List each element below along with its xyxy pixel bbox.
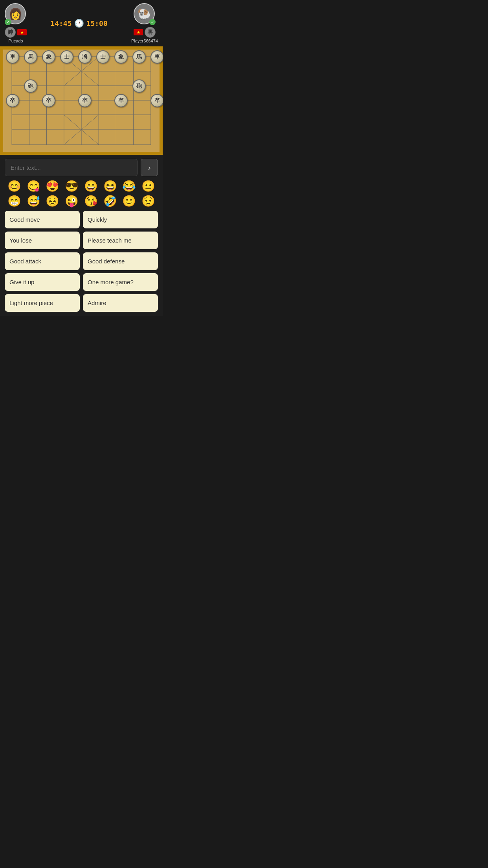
emoji-1-4[interactable]: 😎 bbox=[65, 181, 79, 192]
emoji-1-8[interactable]: 😐 bbox=[141, 181, 155, 192]
player2-avatar-icon: 🐏 bbox=[138, 7, 151, 20]
emoji-2-6[interactable]: 🤣 bbox=[103, 196, 117, 207]
phrase-quickly[interactable]: Quickly bbox=[83, 211, 158, 228]
emoji-1-5[interactable]: 😄 bbox=[84, 181, 98, 192]
piece-shi1[interactable]: 士 bbox=[59, 50, 74, 64]
piece-token[interactable]: 將 bbox=[78, 50, 92, 64]
emoji-2-4[interactable]: 😜 bbox=[65, 196, 79, 207]
chess-board: 車 馬 象 士 將 士 象 馬 車 bbox=[3, 50, 160, 152]
player2-avatar-wrap: 🐏 ✓ bbox=[134, 3, 156, 25]
emoji-2-5[interactable]: 😘 bbox=[84, 196, 98, 207]
piece-token[interactable]: 卒 bbox=[42, 94, 55, 107]
phrase-good-attack[interactable]: Good attack bbox=[5, 252, 80, 270]
piece-token[interactable]: 卒 bbox=[78, 94, 92, 107]
board-container: 車 馬 象 士 將 士 象 馬 車 bbox=[0, 46, 163, 155]
send-button[interactable]: › bbox=[141, 159, 158, 176]
piece-xiang1[interactable]: 象 bbox=[41, 50, 56, 64]
player1-timer: 14:45 bbox=[50, 19, 72, 28]
emoji-2-7[interactable]: 🙂 bbox=[122, 196, 136, 207]
player2-timer: 15:00 bbox=[86, 19, 108, 28]
phrase-please-teach[interactable]: Please teach me bbox=[83, 232, 158, 249]
player1-info: 👩 ✓ 帥 ★ Pucado bbox=[5, 3, 27, 43]
piece-shi2[interactable]: 士 bbox=[95, 50, 110, 64]
piece-token[interactable]: 象 bbox=[114, 50, 128, 64]
emoji-2-1[interactable]: 😁 bbox=[7, 196, 21, 207]
input-row: › bbox=[5, 159, 158, 176]
clock-icon: 🕐 bbox=[74, 18, 84, 28]
pieces-layer: 車 馬 象 士 將 士 象 馬 車 bbox=[3, 50, 160, 152]
emoji-1-3[interactable]: 😍 bbox=[46, 181, 59, 192]
player2-flag: ★ bbox=[134, 29, 143, 35]
piece-xiang2[interactable]: 象 bbox=[114, 50, 128, 64]
player1-flag: ★ bbox=[17, 29, 27, 35]
player2-badges: ★ 將 bbox=[134, 27, 156, 38]
piece-zu4[interactable]: 卒 bbox=[114, 93, 128, 108]
player2-check: ✓ bbox=[149, 19, 156, 25]
piece-token[interactable]: 卒 bbox=[6, 94, 19, 107]
emoji-2-2[interactable]: 😅 bbox=[27, 196, 40, 207]
emoji-row-1: 😊 😋 😍 😎 😄 😆 😂 😐 bbox=[5, 181, 158, 192]
phrase-you-lose[interactable]: You lose bbox=[5, 232, 80, 249]
piece-token[interactable]: 砲 bbox=[132, 79, 146, 93]
chat-area: › 😊 😋 😍 😎 😄 😆 😂 😐 😁 😅 😣 😜 😘 🤣 🙂 😟 Good m… bbox=[0, 155, 163, 316]
piece-token[interactable]: 砲 bbox=[24, 79, 37, 93]
phrases-grid: Good move Quickly You lose Please teach … bbox=[5, 211, 158, 312]
piece-jiang[interactable]: 將 bbox=[77, 50, 92, 64]
emoji-2-3[interactable]: 😣 bbox=[46, 196, 59, 207]
phrase-give-up[interactable]: Give it up bbox=[5, 273, 80, 291]
piece-token[interactable]: 士 bbox=[60, 50, 73, 64]
piece-token[interactable]: 車 bbox=[150, 50, 163, 64]
piece-zu1[interactable]: 卒 bbox=[5, 93, 20, 108]
piece-token[interactable]: 馬 bbox=[24, 50, 37, 64]
player1-piece-badge: 帥 bbox=[5, 27, 16, 38]
piece-token[interactable]: 卒 bbox=[150, 94, 163, 107]
emoji-1-2[interactable]: 😋 bbox=[27, 181, 40, 192]
piece-zu2[interactable]: 卒 bbox=[41, 93, 56, 108]
emoji-row-2: 😁 😅 😣 😜 😘 🤣 🙂 😟 bbox=[5, 196, 158, 207]
player2-info: 🐏 ✓ ★ 將 Player566474 bbox=[131, 3, 158, 43]
send-icon: › bbox=[148, 163, 151, 172]
emoji-1-7[interactable]: 😂 bbox=[122, 181, 136, 192]
piece-pao2[interactable]: 砲 bbox=[132, 79, 147, 94]
piece-ma1[interactable]: 馬 bbox=[23, 50, 38, 64]
player1-name: Pucado bbox=[8, 39, 23, 43]
emoji-1-6[interactable]: 😆 bbox=[103, 181, 117, 192]
player1-flag-star: ★ bbox=[20, 30, 24, 35]
piece-che1[interactable]: 車 bbox=[5, 50, 20, 64]
player2-flag-star: ★ bbox=[137, 30, 140, 35]
piece-token[interactable]: 馬 bbox=[132, 50, 146, 64]
chat-input[interactable] bbox=[5, 159, 138, 176]
emoji-1-1[interactable]: 😊 bbox=[7, 181, 21, 192]
piece-che2[interactable]: 車 bbox=[150, 50, 163, 64]
player1-check: ✓ bbox=[5, 19, 11, 25]
emoji-2-8[interactable]: 😟 bbox=[141, 196, 155, 207]
phrase-good-defense[interactable]: Good defense bbox=[83, 252, 158, 270]
piece-token[interactable]: 士 bbox=[96, 50, 110, 64]
piece-ma2[interactable]: 馬 bbox=[132, 50, 147, 64]
player1-badges: 帥 ★ bbox=[5, 27, 27, 38]
piece-zu3[interactable]: 卒 bbox=[77, 93, 92, 108]
phrase-one-more-game[interactable]: One more game? bbox=[83, 273, 158, 291]
game-header: 👩 ✓ 帥 ★ Pucado 14:45 🕐 15:00 🐏 ✓ bbox=[0, 0, 163, 46]
phrase-admire[interactable]: Admire bbox=[83, 294, 158, 312]
phrase-good-move[interactable]: Good move bbox=[5, 211, 80, 228]
phrase-light-more[interactable]: Light more piece bbox=[5, 294, 80, 312]
piece-zu5[interactable]: 卒 bbox=[150, 93, 163, 108]
player1-avatar-wrap: 👩 ✓ bbox=[5, 3, 27, 25]
player1-avatar-icon: 👩 bbox=[9, 7, 22, 20]
player2-name: Player566474 bbox=[131, 39, 158, 43]
piece-token[interactable]: 車 bbox=[6, 50, 19, 64]
player2-piece-badge: 將 bbox=[145, 27, 156, 38]
timer-section: 14:45 🕐 15:00 bbox=[50, 18, 107, 28]
timer-row: 14:45 🕐 15:00 bbox=[50, 18, 107, 28]
piece-token[interactable]: 卒 bbox=[114, 94, 128, 107]
piece-token[interactable]: 象 bbox=[42, 50, 55, 64]
piece-pao1[interactable]: 砲 bbox=[23, 79, 38, 94]
